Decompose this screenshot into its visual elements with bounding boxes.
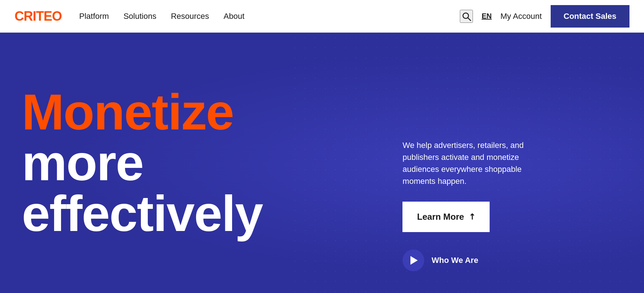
logo[interactable]: CRITEO bbox=[15, 9, 62, 24]
logo-text: CRITEO bbox=[15, 9, 62, 24]
nav-about[interactable]: About bbox=[224, 12, 245, 21]
who-we-are-label: Who We Are bbox=[432, 256, 478, 265]
contact-sales-button[interactable]: Contact Sales bbox=[551, 5, 630, 28]
search-icon bbox=[461, 11, 471, 21]
hero-section: Monetize more effectively We help advert… bbox=[0, 33, 644, 293]
play-button[interactable] bbox=[402, 249, 424, 271]
hero-headline-white-1: more bbox=[22, 137, 373, 188]
hero-left: Monetize more effectively bbox=[0, 33, 373, 293]
header-right: EN My Account Contact Sales bbox=[460, 5, 629, 28]
hero-description: We help advertisers, retailers, and publ… bbox=[402, 139, 555, 187]
play-icon bbox=[410, 256, 418, 265]
my-account-link[interactable]: My Account bbox=[501, 12, 542, 21]
arrow-icon: ↗ bbox=[466, 211, 477, 222]
site-header: CRITEO Platform Solutions Resources Abou… bbox=[0, 0, 644, 33]
nav-solutions[interactable]: Solutions bbox=[123, 12, 157, 21]
language-selector[interactable]: EN bbox=[482, 12, 492, 20]
hero-headline: Monetize more effectively bbox=[22, 87, 373, 239]
hero-right: We help advertisers, retailers, and publ… bbox=[373, 33, 644, 293]
main-nav: Platform Solutions Resources About bbox=[79, 12, 244, 21]
learn-more-label: Learn More bbox=[417, 212, 464, 222]
search-button[interactable] bbox=[460, 10, 473, 23]
hero-headline-white-2: effectively bbox=[22, 188, 373, 239]
header-left: CRITEO Platform Solutions Resources Abou… bbox=[15, 9, 244, 24]
svg-line-1 bbox=[468, 18, 471, 21]
nav-resources[interactable]: Resources bbox=[171, 12, 209, 21]
learn-more-button[interactable]: Learn More ↗ bbox=[402, 202, 489, 232]
hero-headline-orange: Monetize bbox=[22, 87, 373, 137]
nav-platform[interactable]: Platform bbox=[79, 12, 109, 21]
who-we-are-row[interactable]: Who We Are bbox=[402, 249, 622, 271]
